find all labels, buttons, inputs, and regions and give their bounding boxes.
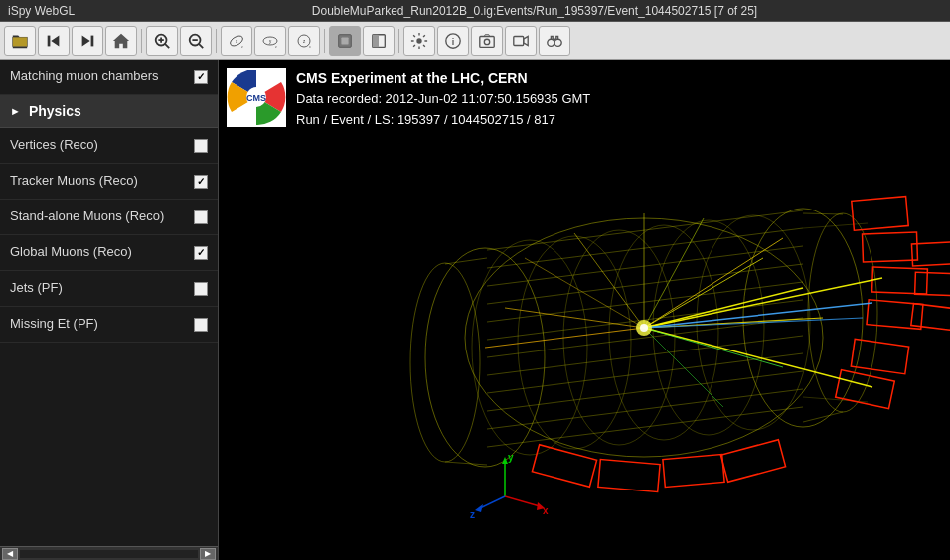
sidebar-item-matching-muon-chambers[interactable]: Matching muon chambers (0, 60, 218, 95)
toolbar-separator-1 (141, 29, 142, 53)
standalone-muons-reco-label: Stand-alone Muons (Reco) (10, 209, 194, 225)
view-3d-button[interactable] (329, 26, 361, 56)
rotate-z-button[interactable]: zx (288, 26, 320, 56)
data-recorded: Data recorded: 2012-Jun-02 11:07:50.1569… (296, 89, 590, 110)
zoom-in-button[interactable] (146, 26, 178, 56)
event-title: DoubleMuParked_Run2012B_0.ig:Events/Run_… (127, 4, 942, 18)
zoom-out-button[interactable] (180, 26, 212, 56)
svg-point-33 (548, 39, 554, 46)
svg-text:CMS: CMS (246, 93, 266, 103)
scroll-left-button[interactable]: ◀ (2, 548, 18, 560)
run-event-ls: Run / Event / LS: 195397 / 1044502715 / … (296, 110, 590, 131)
svg-text:x: x (309, 45, 311, 49)
sidebar-item-standalone-muons-reco[interactable]: Stand-alone Muons (Reco) (0, 200, 218, 235)
svg-text:z: z (303, 39, 306, 44)
svg-text:y: y (508, 452, 514, 463)
matching-muon-chambers-label: Matching muon chambers (10, 69, 194, 85)
svg-rect-25 (373, 34, 379, 47)
cms-experiment-title: CMS Experiment at the LHC, CERN (296, 68, 590, 89)
sidebar-item-physics[interactable]: ► Physics (0, 95, 218, 128)
physics-label: Physics (29, 103, 81, 119)
tracker-muons-reco-label: Tracker Muons (Reco) (10, 173, 194, 190)
main-layout: Matching muon chambers ► Physics Vertice… (0, 60, 950, 560)
svg-point-30 (484, 39, 489, 44)
standalone-muons-reco-checkbox[interactable] (194, 210, 208, 224)
svg-text:y: y (269, 39, 272, 44)
vertices-reco-label: Vertices (Reco) (10, 137, 194, 154)
toolbar-separator-3 (324, 29, 325, 53)
home-button[interactable] (105, 26, 137, 56)
toolbar-separator-4 (398, 29, 399, 53)
cms-info-text: CMS Experiment at the LHC, CERN Data rec… (296, 68, 590, 131)
sidebar-item-jets-pf[interactable]: Jets (PF) (0, 271, 218, 307)
scroll-right-button[interactable]: ▶ (200, 548, 216, 560)
sidebar-horizontal-scrollbar[interactable]: ◀ ▶ (0, 546, 218, 560)
svg-text:z: z (470, 509, 475, 520)
svg-point-34 (554, 39, 561, 46)
toolbar-separator-2 (216, 29, 217, 53)
svg-rect-29 (480, 36, 494, 47)
jets-pf-label: Jets (PF) (10, 280, 194, 297)
svg-rect-31 (514, 36, 524, 45)
svg-marker-5 (113, 33, 129, 47)
svg-text:x: x (543, 505, 549, 516)
info-button[interactable]: i (437, 26, 469, 56)
svg-rect-23 (341, 37, 348, 44)
next-event-button[interactable] (72, 26, 103, 56)
toolbar: xz yz zx i (0, 22, 950, 60)
tracker-muons-reco-checkbox[interactable] (194, 175, 208, 189)
sidebar-item-vertices-reco[interactable]: Vertices (Reco) (0, 128, 218, 164)
svg-text:x: x (236, 39, 238, 44)
sidebar-item-missing-et-pf[interactable]: Missing Et (PF) (0, 307, 218, 343)
open-file-button[interactable] (4, 26, 36, 56)
prev-event-button[interactable] (38, 26, 70, 56)
svg-line-7 (165, 43, 170, 48)
svg-rect-3 (91, 35, 94, 46)
sidebar-item-tracker-muons-reco[interactable]: Tracker Muons (Reco) (0, 164, 218, 200)
rotate-x-button[interactable]: xz (221, 26, 252, 56)
3d-scene[interactable]: y x z (219, 60, 950, 560)
sidebar: Matching muon chambers ► Physics Vertice… (0, 60, 219, 560)
svg-text:i: i (452, 36, 455, 46)
binoculars-button[interactable] (539, 26, 570, 56)
info-panel: CMS CMS Experiment at the LHC, CERN Data… (227, 68, 590, 131)
svg-marker-2 (51, 35, 59, 46)
sidebar-scroll[interactable]: Matching muon chambers ► Physics Vertice… (0, 60, 218, 546)
view-solid-button[interactable] (363, 26, 395, 56)
svg-marker-4 (82, 35, 90, 46)
viewport-container[interactable]: CMS CMS Experiment at the LHC, CERN Data… (219, 60, 950, 560)
svg-text:z: z (275, 45, 277, 49)
app-title: iSpy WebGL (8, 4, 127, 18)
svg-text:z: z (241, 45, 243, 49)
sidebar-item-global-muons-reco[interactable]: Global Muons (Reco) (0, 235, 218, 271)
scroll-track (20, 550, 198, 558)
jets-pf-checkbox[interactable] (194, 282, 208, 296)
screenshot-button[interactable] (471, 26, 503, 56)
matching-muon-chambers-checkbox[interactable] (194, 70, 208, 84)
svg-line-11 (199, 43, 204, 48)
global-muons-reco-checkbox[interactable] (194, 246, 208, 260)
titlebar: iSpy WebGL DoubleMuParked_Run2012B_0.ig:… (0, 0, 950, 22)
cms-logo: CMS (227, 68, 286, 127)
video-button[interactable] (505, 26, 537, 56)
svg-point-98 (640, 324, 648, 332)
missing-et-pf-label: Missing Et (PF) (10, 316, 194, 333)
global-muons-reco-label: Global Muons (Reco) (10, 244, 194, 261)
missing-et-pf-checkbox[interactable] (194, 318, 208, 332)
svg-rect-1 (48, 35, 51, 46)
vertices-reco-checkbox[interactable] (194, 139, 208, 153)
settings-button[interactable] (403, 26, 435, 56)
rotate-y-button[interactable]: yz (254, 26, 286, 56)
physics-arrow-icon: ► (10, 105, 21, 117)
svg-point-26 (416, 38, 421, 43)
